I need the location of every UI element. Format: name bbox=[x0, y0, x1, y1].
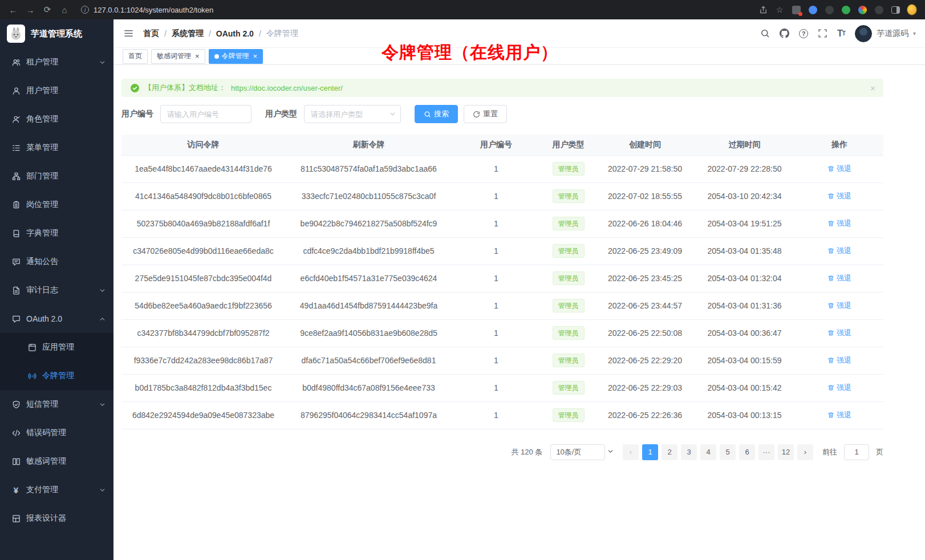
goto-page-input[interactable] bbox=[844, 444, 869, 460]
cell-created-time: 2022-07-02 18:55:55 bbox=[597, 182, 693, 210]
extension-green-icon[interactable] bbox=[841, 5, 851, 15]
force-logout-button[interactable]: 强退 bbox=[827, 328, 851, 338]
page-number-button[interactable]: 6 bbox=[739, 444, 755, 460]
breadcrumb-item[interactable]: 首页 bbox=[143, 29, 159, 39]
browser-forward-button[interactable]: → bbox=[23, 2, 38, 17]
force-logout-button[interactable]: 强退 bbox=[827, 164, 851, 174]
force-logout-button[interactable]: 强退 bbox=[827, 355, 851, 366]
cell-expire-time: 2054-03-04 00:15:59 bbox=[693, 347, 796, 374]
share-icon[interactable] bbox=[758, 5, 768, 15]
sidebar-item-report-designer[interactable]: 报表设计器 bbox=[0, 504, 113, 533]
fullscreen-icon[interactable] bbox=[818, 29, 827, 38]
extension-blue-icon[interactable] bbox=[808, 5, 818, 15]
site-info-icon[interactable]: i bbox=[81, 6, 89, 14]
browser-back-button[interactable]: ← bbox=[6, 2, 21, 17]
sidebar-item-dict[interactable]: 字典管理 bbox=[0, 219, 113, 247]
column-header: 用户类型 bbox=[540, 135, 597, 155]
browser-profile-avatar[interactable] bbox=[907, 5, 917, 15]
sidebar-item-dept[interactable]: 部门管理 bbox=[0, 162, 113, 190]
page-size-select-input[interactable] bbox=[550, 444, 605, 460]
sidebar-item-oauth2[interactable]: OAuth 2.0 bbox=[0, 305, 113, 333]
sidebar-item-sms[interactable]: 短信管理 bbox=[0, 390, 113, 419]
page-number-button[interactable]: 12 bbox=[778, 444, 794, 460]
table-row: 54d6be82ee5a460a9aedc1f9bf223656 49d1aa4… bbox=[121, 292, 883, 319]
cell-user-type: 管理员 bbox=[540, 237, 597, 265]
user-id-input[interactable] bbox=[160, 105, 251, 123]
extension-badge-icon[interactable] bbox=[791, 5, 801, 15]
force-logout-button[interactable]: 强退 bbox=[827, 301, 851, 311]
tab-close-icon[interactable]: × bbox=[195, 52, 200, 60]
force-logout-button[interactable]: 强退 bbox=[827, 191, 851, 201]
breadcrumb-item[interactable]: 系统管理 bbox=[172, 29, 204, 39]
force-logout-button[interactable]: 强退 bbox=[827, 273, 851, 283]
extension-multicolor-icon[interactable] bbox=[857, 5, 867, 15]
sidebar-item-user[interactable]: 用户管理 bbox=[0, 76, 113, 105]
breadcrumb-item[interactable]: OAuth 2.0 bbox=[216, 29, 254, 38]
sidebar-item-role[interactable]: 角色管理 bbox=[0, 105, 113, 133]
extensions-puzzle-icon[interactable] bbox=[874, 5, 884, 15]
bookmark-star-icon[interactable]: ☆ bbox=[774, 5, 785, 15]
sidebar-item-menu[interactable]: 菜单管理 bbox=[0, 133, 113, 162]
search-button[interactable]: 搜索 bbox=[415, 105, 458, 123]
help-icon[interactable]: ? bbox=[799, 29, 808, 38]
tab-敏感词管理[interactable]: 敏感词管理 × bbox=[151, 49, 205, 64]
force-logout-button[interactable]: 强退 bbox=[827, 246, 851, 256]
tab-首页[interactable]: 首页 bbox=[123, 49, 148, 64]
browser-home-button[interactable]: ⌂ bbox=[57, 2, 72, 17]
tab-令牌管理[interactable]: 令牌管理 × bbox=[209, 49, 263, 64]
trash-icon bbox=[827, 357, 834, 364]
page-number-button[interactable]: 2 bbox=[662, 444, 677, 460]
cell-refresh-token: b0df4980ffd34c67a08f9156e4eee733 bbox=[285, 374, 452, 401]
user-type-select-input[interactable] bbox=[304, 105, 401, 123]
sidebar-item-oauth2-token[interactable]: 令牌管理 bbox=[0, 362, 113, 390]
sidebar-collapse-icon[interactable] bbox=[123, 28, 134, 39]
force-logout-button[interactable]: 强退 bbox=[827, 383, 851, 393]
menu-item-icon bbox=[11, 314, 21, 323]
github-icon[interactable] bbox=[780, 29, 789, 38]
cell-created-time: 2022-06-25 22:26:36 bbox=[597, 401, 693, 429]
sidebar-item-tenant[interactable]: 租户管理 bbox=[0, 48, 113, 76]
menu-item-icon bbox=[11, 200, 21, 209]
page-number-button[interactable]: 1 bbox=[642, 444, 658, 460]
close-icon[interactable]: × bbox=[870, 83, 875, 93]
menu-item-icon bbox=[11, 143, 21, 152]
side-panel-icon[interactable] bbox=[890, 5, 900, 15]
app-logo-row[interactable]: 芋道管理系统 bbox=[0, 19, 113, 48]
doc-link[interactable]: https://doc.iocoder.cn/user-center/ bbox=[231, 84, 343, 92]
sidebar-item-pay[interactable]: ¥ 支付管理 bbox=[0, 476, 113, 504]
force-logout-button[interactable]: 强退 bbox=[827, 410, 851, 420]
search-icon[interactable] bbox=[760, 29, 770, 38]
tab-active-dot bbox=[214, 54, 219, 59]
menu-item-icon bbox=[11, 428, 21, 437]
cell-access-token: f9336e7c7dd242a283ee98dc86b17a87 bbox=[121, 347, 285, 374]
prev-page-button[interactable]: ‹ bbox=[623, 444, 639, 460]
cell-user-id: 1 bbox=[452, 155, 540, 182]
cell-actions: 强退 bbox=[796, 292, 883, 319]
menu-item-icon bbox=[27, 371, 36, 380]
reset-button[interactable]: 重置 bbox=[464, 105, 507, 123]
sidebar-item-sensitive-word[interactable]: 敏感词管理 bbox=[0, 447, 113, 476]
more-pages-button[interactable]: ··· bbox=[758, 444, 774, 460]
sidebar-item-audit-log[interactable]: 审计日志 bbox=[0, 276, 113, 305]
force-logout-button[interactable]: 强退 bbox=[827, 218, 851, 229]
page-number-button[interactable]: 5 bbox=[720, 444, 736, 460]
next-page-button[interactable]: › bbox=[797, 444, 813, 460]
column-header: 用户编号 bbox=[452, 135, 540, 155]
tab-close-icon[interactable]: × bbox=[253, 52, 258, 60]
page-number-button[interactable]: 4 bbox=[700, 444, 716, 460]
extension-dark-icon[interactable] bbox=[824, 5, 834, 15]
cell-user-id: 1 bbox=[452, 319, 540, 347]
sidebar-item-post[interactable]: 岗位管理 bbox=[0, 190, 113, 219]
address-bar[interactable]: i 127.0.0.1:1024/system/oauth2/token bbox=[72, 6, 758, 14]
cell-actions: 强退 bbox=[796, 155, 883, 182]
user-menu[interactable]: 芋道源码 ▾ bbox=[855, 25, 916, 42]
breadcrumb-separator: / bbox=[164, 29, 167, 38]
sidebar-item-error-code[interactable]: 错误码管理 bbox=[0, 419, 113, 447]
menu-item-label: 部门管理 bbox=[26, 171, 58, 181]
page-number-button[interactable]: 3 bbox=[681, 444, 697, 460]
sidebar-item-notice[interactable]: 通知公告 bbox=[0, 247, 113, 276]
browser-reload-button[interactable]: ⟳ bbox=[40, 2, 55, 17]
font-size-icon[interactable]: TT bbox=[837, 29, 845, 38]
trash-icon bbox=[827, 165, 834, 172]
sidebar-item-oauth2-app[interactable]: 应用管理 bbox=[0, 333, 113, 362]
